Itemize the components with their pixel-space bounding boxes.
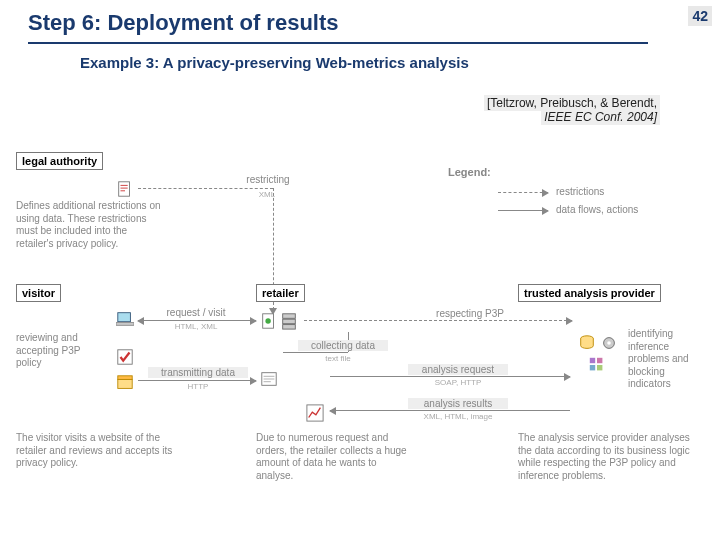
- actor-provider-label: trusted analysis provider: [518, 284, 661, 302]
- log-icon: [260, 370, 278, 388]
- svg-rect-5: [116, 323, 134, 326]
- flow-transmit: transmitting data: [148, 367, 248, 378]
- flow-collect: collecting data: [298, 340, 388, 351]
- document-icon: [116, 180, 134, 198]
- svg-rect-4: [118, 313, 131, 322]
- arrow-request: [138, 320, 256, 321]
- policy-icon: [260, 312, 278, 330]
- grid-icon: [588, 356, 606, 374]
- flow-respect: respecting P3P: [420, 308, 520, 319]
- flow-analysis-res-sub: XML, HTML, image: [408, 412, 508, 421]
- slide-subtitle: Example 3: A privacy-preserving Web-metr…: [80, 54, 469, 71]
- flow-request: request / visit: [156, 307, 236, 318]
- legend-arrow-dashed: [498, 192, 548, 193]
- citation: [Teltzrow, Preibusch, & Berendt, IEEE EC…: [484, 96, 660, 124]
- flow-restricting-sub: XML: [242, 190, 292, 199]
- legend-heading: Legend:: [448, 166, 491, 178]
- actor-retailer-desc: Due to numerous request and orders, the …: [256, 432, 416, 482]
- server-icon: [280, 312, 298, 330]
- checkbox-icon: [116, 348, 134, 366]
- citation-venue: IEEE EC Conf. 2004]: [541, 109, 660, 125]
- svg-rect-8: [118, 376, 132, 380]
- svg-rect-23: [597, 358, 602, 363]
- legend-restrictions: restrictions: [556, 186, 636, 197]
- actor-visitor-desc: The visitor visits a website of the reta…: [16, 432, 176, 470]
- flow-transmit-sub: HTTP: [173, 382, 223, 391]
- actor-retailer-label: retailer: [256, 284, 305, 302]
- data-icon: [116, 374, 134, 392]
- title-underline: [28, 42, 648, 44]
- svg-rect-0: [119, 182, 130, 196]
- svg-rect-11: [283, 314, 296, 319]
- computer-icon: [116, 310, 134, 328]
- svg-rect-18: [307, 405, 323, 421]
- arrow-collect-h: [283, 352, 348, 353]
- flow-analysis-req: analysis request: [408, 364, 508, 375]
- svg-rect-7: [118, 379, 132, 388]
- db-icon: [578, 334, 596, 352]
- flow-analysis-res: analysis results: [408, 398, 508, 409]
- legend-flows: data flows, actions: [556, 204, 666, 215]
- svg-point-21: [607, 341, 611, 345]
- diagram: Legend: restrictions data flows, actions…: [8, 152, 712, 522]
- chart-icon: [306, 404, 324, 422]
- legend-arrow-solid: [498, 210, 548, 211]
- arrow-analysis-req: [330, 376, 570, 377]
- actor-provider-desc: The analysis service provider analyses t…: [518, 432, 698, 482]
- arrow-analysis-res: [330, 410, 570, 411]
- svg-rect-12: [283, 319, 296, 324]
- arrow-restricting: [138, 188, 273, 189]
- flow-identify: identifying inference problems and block…: [628, 328, 710, 391]
- flow-request-sub: HTML, XML: [166, 322, 226, 331]
- arrow-transmit: [138, 380, 256, 381]
- svg-rect-25: [597, 365, 602, 370]
- page-number: 42: [688, 6, 712, 26]
- slide-title: Step 6: Deployment of results: [28, 10, 339, 36]
- svg-rect-22: [590, 358, 595, 363]
- svg-rect-13: [283, 325, 296, 330]
- actor-legal-label: legal authority: [16, 152, 103, 170]
- actor-visitor-label: visitor: [16, 284, 61, 302]
- svg-rect-24: [590, 365, 595, 370]
- flow-restricting: restricting: [228, 174, 308, 185]
- arrow-respect: [304, 320, 572, 321]
- gear-icon: [600, 334, 618, 352]
- flow-review: reviewing and accepting P3P policy: [16, 332, 101, 370]
- actor-legal-desc: Defines additional restrictions on using…: [16, 200, 166, 250]
- flow-analysis-req-sub: SOAP, HTTP: [418, 378, 498, 387]
- flow-collect-sub: text file: [308, 354, 368, 363]
- svg-point-10: [265, 318, 270, 323]
